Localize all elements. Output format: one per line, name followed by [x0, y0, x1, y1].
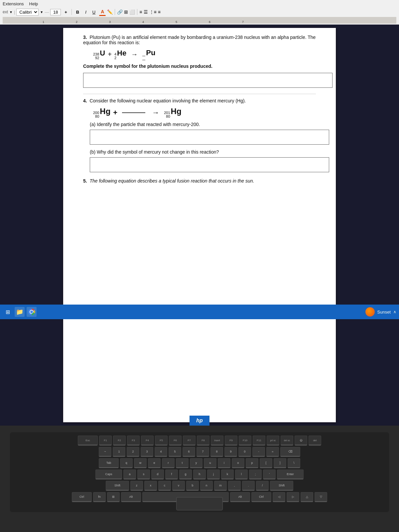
key-enter[interactable]: Enter — [277, 469, 304, 479]
font-size-input[interactable] — [50, 9, 61, 15]
answer-box-4a[interactable] — [90, 130, 329, 145]
key-f1[interactable]: F1 — [99, 436, 112, 446]
key-f5[interactable]: F5 — [155, 436, 168, 446]
menu-help[interactable]: Help — [29, 1, 38, 6]
key-lctrl[interactable]: Ctrl — [72, 492, 92, 502]
key-tab[interactable]: Tab — [99, 458, 119, 468]
taskbar-grid-icon[interactable]: ⊞ — [3, 307, 13, 317]
pencil-icon[interactable]: ✏️ — [107, 9, 113, 15]
key-k[interactable]: k — [221, 469, 234, 479]
square-icon[interactable]: ⬜ — [129, 9, 135, 15]
key-prtsc[interactable]: prt sc — [267, 436, 279, 446]
key-fn[interactable]: fn — [93, 492, 106, 502]
key-tilde[interactable]: ~ — [99, 447, 111, 457]
key-backslash[interactable]: \ — [288, 458, 300, 468]
key-semicolon[interactable]: ; — [249, 469, 262, 479]
underline-button[interactable]: U — [90, 9, 98, 16]
font-color-button[interactable]: A — [99, 8, 106, 16]
menu-extensions[interactable]: Extensions — [3, 1, 24, 6]
key-equals[interactable]: = — [266, 447, 279, 457]
key-comma[interactable]: , — [228, 481, 241, 491]
touchpad[interactable] — [176, 497, 223, 510]
key-8[interactable]: 8 — [210, 447, 223, 457]
key-minus[interactable]: - — [252, 447, 265, 457]
font-selector[interactable]: Calibri — [16, 9, 39, 16]
taskbar-chrome-icon[interactable] — [27, 307, 37, 317]
key-rshift[interactable]: Shift — [270, 481, 293, 491]
key-q[interactable]: q — [120, 458, 133, 468]
key-f[interactable]: f — [165, 469, 178, 479]
key-v[interactable]: v — [172, 481, 185, 491]
key-6[interactable]: 6 — [183, 447, 195, 457]
align-icon[interactable]: ≡ — [139, 9, 142, 15]
indent-icon[interactable]: ⋮≡ — [149, 9, 157, 15]
key-g[interactable]: g — [179, 469, 192, 479]
key-slash[interactable]: / — [256, 481, 269, 491]
key-f11[interactable]: F11 — [253, 436, 265, 446]
key-del[interactable]: del — [309, 436, 321, 446]
key-p[interactable]: p — [246, 458, 258, 468]
key-z[interactable]: z — [130, 481, 143, 491]
key-4[interactable]: 4 — [155, 447, 167, 457]
key-x[interactable]: x — [144, 481, 157, 491]
key-h[interactable]: h — [193, 469, 206, 479]
key-o[interactable]: o — [232, 458, 244, 468]
key-b[interactable]: b — [186, 481, 199, 491]
key-5[interactable]: 5 — [169, 447, 181, 457]
key-rbracket[interactable]: ] — [274, 458, 286, 468]
expand-icon[interactable]: ∧ — [393, 310, 396, 314]
bold-button[interactable]: B — [74, 9, 81, 16]
key-1[interactable]: 1 — [113, 447, 125, 457]
key-7[interactable]: 7 — [197, 447, 209, 457]
font-dropdown-arrow[interactable]: ▼ — [40, 10, 43, 14]
key-u[interactable]: u — [204, 458, 216, 468]
key-f2[interactable]: F2 — [113, 436, 126, 446]
key-t[interactable]: t — [176, 458, 189, 468]
key-ralt[interactable]: Alt — [230, 492, 250, 502]
key-9[interactable]: 9 — [224, 447, 237, 457]
key-f9[interactable]: F9 — [225, 436, 237, 446]
key-left[interactable]: ◁ — [273, 492, 285, 502]
key-d[interactable]: d — [151, 469, 164, 479]
list-icon[interactable]: ☰ — [144, 9, 148, 15]
key-backspace[interactable]: ⌫ — [280, 447, 300, 457]
key-m[interactable]: m — [214, 481, 227, 491]
key-down[interactable]: ▽ — [315, 492, 327, 502]
plus-box-icon[interactable]: ⊞ — [124, 9, 128, 15]
key-caps[interactable]: Caps — [95, 469, 122, 479]
key-f8[interactable]: F8 — [197, 436, 209, 446]
key-f3[interactable]: F3 — [127, 436, 140, 446]
key-i[interactable]: i — [218, 458, 230, 468]
key-win[interactable]: ⊞ — [107, 492, 120, 502]
taskbar-folder-icon[interactable]: 📁 — [15, 307, 25, 317]
key-power[interactable]: ⏻ — [295, 436, 307, 446]
italic-button[interactable]: I — [83, 9, 89, 16]
key-esc[interactable]: Esc — [78, 436, 98, 446]
key-f10[interactable]: F10 — [239, 436, 251, 446]
key-period[interactable]: . — [242, 481, 255, 491]
key-lbracket[interactable]: [ — [260, 458, 272, 468]
key-j[interactable]: j — [207, 469, 220, 479]
key-s[interactable]: s — [137, 469, 150, 479]
dropdown-arrow[interactable]: ▼ — [9, 10, 13, 14]
key-0[interactable]: 0 — [238, 447, 251, 457]
key-f4[interactable]: F4 — [141, 436, 154, 446]
key-c[interactable]: c — [158, 481, 171, 491]
key-quote[interactable]: ' — [263, 469, 276, 479]
key-l[interactable]: l — [235, 469, 248, 479]
key-rctrl[interactable]: Ctrl — [251, 492, 271, 502]
key-f7[interactable]: F7 — [183, 436, 196, 446]
key-delsc[interactable]: del sc — [281, 436, 293, 446]
answer-box-3[interactable] — [83, 73, 332, 88]
key-right[interactable]: ▷ — [287, 492, 299, 502]
key-w[interactable]: w — [134, 458, 147, 468]
link-icon[interactable]: 🔗 — [117, 9, 123, 15]
increase-size-button[interactable]: + — [62, 9, 69, 16]
more-icon[interactable]: ≡ — [158, 9, 161, 15]
answer-box-4b[interactable] — [90, 157, 329, 172]
key-lalt[interactable]: Alt — [121, 492, 141, 502]
key-insert[interactable]: Insert — [211, 436, 223, 446]
key-up[interactable]: △ — [301, 492, 313, 502]
key-a[interactable]: a — [123, 469, 136, 479]
key-r[interactable]: r — [162, 458, 175, 468]
